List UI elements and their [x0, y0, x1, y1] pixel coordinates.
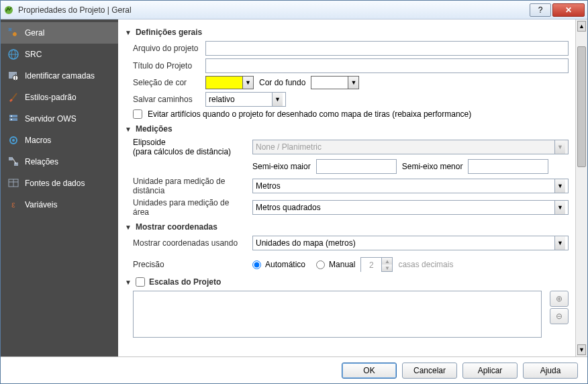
project-title-label: Título do Projeto	[133, 61, 200, 70]
project-properties-window: Propriedades do Projeto | Geral ? ✕ Gera…	[0, 0, 588, 384]
minus-icon: ⊖	[556, 311, 562, 321]
sidebar-item-general[interactable]: Geral	[1, 22, 118, 44]
sidebar-item-label: Estilos-padrão	[25, 93, 77, 102]
precision-auto-radio[interactable]	[252, 260, 261, 269]
show-coords-label: Mostrar coordenadas usando	[133, 238, 247, 248]
semi-minor-label: Semi-eixo menor	[402, 162, 463, 171]
semi-minor-input	[468, 159, 548, 174]
section-coords-header[interactable]: ▼ Mostrar coordenadas	[125, 222, 569, 232]
sidebar-item-macros[interactable]: Macros	[1, 130, 118, 151]
identify-icon: i	[7, 70, 19, 82]
decimal-places-label: casas decimais	[398, 260, 453, 269]
sidebar-item-label: Identificar camadas	[25, 71, 95, 81]
save-paths-label: Salvar caminhos	[133, 95, 200, 104]
bg-color-label: Cor do fundo	[259, 78, 305, 87]
sidebar-item-relations[interactable]: Relações	[1, 151, 118, 173]
svg-rect-13	[9, 157, 13, 160]
chevron-up-icon: ▲	[382, 258, 392, 265]
help-button[interactable]: ?	[530, 3, 551, 17]
titlebar: Propriedades do Projeto | Geral ? ✕	[1, 1, 587, 19]
help-button[interactable]: Ajuda	[523, 363, 578, 379]
bg-color-picker[interactable]: ▼	[311, 76, 359, 89]
project-scales-checkbox[interactable]	[136, 277, 145, 287]
svg-point-10	[11, 119, 12, 120]
show-coords-select[interactable]: Unidades do mapa (metros)▼	[252, 236, 569, 250]
selection-color-picker[interactable]: ▼	[205, 76, 254, 89]
window-title: Propriedades do Projeto | Geral	[18, 5, 530, 15]
section-scales-header[interactable]: ▼ Escalas do Projeto	[125, 277, 569, 287]
chevron-down-icon: ▼	[554, 236, 565, 250]
ellipsoid-sublabel: (para cálculos de distância)	[133, 147, 247, 156]
remove-scale-button[interactable]: ⊖	[550, 308, 569, 324]
scrollbar-thumb[interactable]	[577, 46, 586, 167]
area-unit-select[interactable]: Metros quadrados▼	[252, 200, 569, 215]
project-title-input[interactable]	[205, 58, 569, 73]
project-file-label: Arquivo do projeto	[133, 44, 200, 53]
avoid-artifacts-checkbox[interactable]	[133, 109, 142, 119]
area-unit-label: Unidades para medição de área	[133, 198, 247, 217]
plus-icon: ⊕	[556, 294, 562, 303]
sidebar-item-label: Relações	[25, 157, 58, 166]
svg-rect-14	[14, 162, 18, 166]
sidebar-item-datasources[interactable]: Fontes de dados	[1, 173, 118, 194]
sidebar-item-crs[interactable]: SRC	[1, 44, 118, 65]
semi-major-input	[316, 159, 397, 174]
svg-point-9	[11, 115, 12, 117]
precision-spinbox: ▲▼	[360, 257, 393, 272]
precision-manual-radio[interactable]	[316, 260, 325, 269]
sidebar-item-styles[interactable]: Estilos-padrão	[1, 87, 118, 108]
globe-icon	[7, 48, 19, 60]
collapse-icon: ▼	[125, 279, 132, 286]
svg-text:ε: ε	[11, 200, 15, 209]
cancel-button[interactable]: Cancelar	[402, 363, 457, 379]
sidebar: Geral SRC i Identificar camadas Estilos-…	[1, 19, 118, 356]
chevron-down-icon: ▼	[272, 93, 283, 106]
distance-unit-select[interactable]: Metros▼	[252, 179, 569, 193]
scroll-up-icon[interactable]: ▲	[577, 21, 586, 32]
section-title: Escalas do Projeto	[149, 277, 221, 287]
sidebar-item-label: Variáveis	[25, 200, 57, 209]
section-general-header[interactable]: ▼ Definições gerais	[125, 28, 569, 37]
section-title: Definições gerais	[136, 28, 202, 37]
app-icon	[3, 5, 14, 15]
collapse-icon: ▼	[125, 224, 132, 231]
vertical-scrollbar[interactable]: ▲ ▼	[575, 19, 587, 356]
collapse-icon: ▼	[125, 29, 132, 36]
selection-color-label: Seleção de cor	[133, 78, 200, 87]
svg-point-12	[12, 139, 15, 142]
chevron-down-icon: ▼	[382, 265, 392, 271]
section-title: Medições	[136, 124, 173, 134]
table-icon	[7, 177, 19, 189]
scroll-down-icon[interactable]: ▼	[577, 344, 586, 355]
ok-button[interactable]: OK	[342, 363, 397, 379]
section-measure-header[interactable]: ▼ Medições	[125, 124, 569, 134]
svg-rect-8	[9, 118, 17, 121]
ellipsoid-label: Elipsoide	[133, 138, 247, 147]
sidebar-item-label: SRC	[25, 50, 42, 59]
apply-button[interactable]: Aplicar	[462, 363, 518, 379]
sidebar-item-identify[interactable]: i Identificar camadas	[1, 65, 118, 87]
svg-point-0	[5, 6, 13, 14]
sidebar-item-label: Geral	[25, 28, 44, 38]
precision-label: Precisão	[133, 260, 247, 269]
project-scales-list[interactable]	[133, 291, 542, 338]
sidebar-item-label: Servidor OWS	[25, 114, 77, 124]
sidebar-item-ows[interactable]: Servidor OWS	[1, 108, 118, 130]
sidebar-item-variables[interactable]: ε Variáveis	[1, 194, 118, 215]
save-paths-select[interactable]: relativo▼	[205, 92, 286, 107]
sidebar-item-label: Macros	[25, 136, 51, 145]
project-file-input[interactable]	[205, 41, 569, 56]
relations-icon	[7, 156, 19, 168]
distance-unit-label: Unidade para medição de distância	[133, 177, 247, 195]
sidebar-item-label: Fontes de dados	[25, 179, 85, 188]
ellipsoid-select[interactable]: None / Planimetric▼	[252, 140, 569, 154]
close-button[interactable]: ✕	[552, 3, 585, 17]
avoid-artifacts-label: Evitar artifícios quando o projeto for d…	[148, 109, 471, 119]
collapse-icon: ▼	[125, 126, 132, 133]
chevron-down-icon: ▼	[554, 201, 565, 214]
chevron-down-icon: ▼	[554, 140, 565, 154]
precision-manual-label: Manual	[329, 260, 355, 269]
epsilon-icon: ε	[7, 199, 19, 211]
wrench-icon	[7, 27, 19, 39]
add-scale-button[interactable]: ⊕	[550, 291, 569, 307]
